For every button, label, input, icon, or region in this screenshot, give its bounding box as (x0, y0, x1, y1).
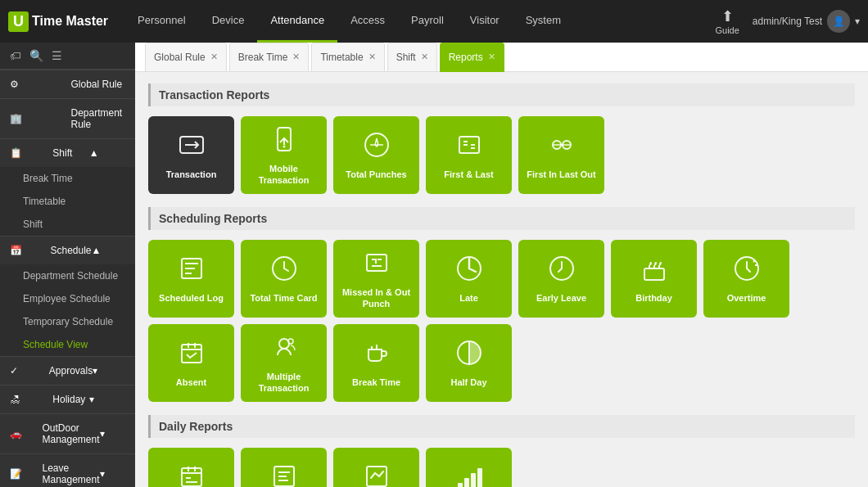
card-mobile-transaction[interactable]: Mobile Transaction (241, 116, 327, 194)
absent-icon (177, 338, 206, 372)
guide-label: Guide (715, 25, 739, 35)
guide-button[interactable]: ⬆ Guide (715, 7, 739, 35)
card-early-leave[interactable]: Early Leave (518, 240, 604, 318)
sidebar-item-schedule-view[interactable]: Schedule View (0, 333, 135, 356)
card-daily-status[interactable]: Daily Status (426, 448, 512, 487)
svg-rect-14 (182, 345, 201, 363)
first-last-label: First & Last (444, 169, 494, 180)
sidebar-section-approvals[interactable]: ✓ Approvals ▾ (0, 356, 135, 385)
nav-right: ⬆ Guide admin/King Test 👤 ▾ (715, 7, 860, 35)
nav-personnel[interactable]: Personnel (124, 0, 199, 43)
svg-rect-12 (644, 268, 664, 280)
user-dropdown-icon[interactable]: ▾ (855, 16, 860, 27)
sidebar-section-leave[interactable]: 📝 Leave Management ▾ (0, 453, 135, 487)
card-absent[interactable]: Absent (148, 324, 234, 402)
card-missed-punch[interactable]: Missed In & Out Punch (333, 240, 419, 318)
logo-text: Time Master (32, 14, 108, 29)
transaction-reports-title: Transaction Reports (148, 83, 855, 106)
nav-payroll[interactable]: Payroll (398, 0, 457, 43)
daily-reports-title: Daily Reports (148, 415, 855, 438)
sidebar-leave-label: Leave Management (42, 462, 99, 485)
tab-shift[interactable]: Shift ✕ (387, 43, 437, 72)
approvals-expand-icon: ▾ (93, 365, 125, 377)
sidebar-section-department-rule[interactable]: 🏢 Department Rule (0, 98, 135, 138)
tab-timetable-close[interactable]: ✕ (368, 52, 376, 62)
card-break-time[interactable]: Break Time (333, 324, 419, 402)
sidebar-shift-label: Shift (52, 147, 88, 159)
nav-access[interactable]: Access (337, 0, 398, 43)
svg-point-18 (279, 339, 289, 349)
sidebar-item-employee-schedule[interactable]: Employee Schedule (0, 287, 135, 310)
birthday-icon (640, 254, 669, 287)
user-avatar[interactable]: 👤 (827, 10, 850, 33)
birthday-label: Birthday (635, 292, 672, 304)
card-total-time-card[interactable]: Total Time Card (241, 240, 327, 318)
card-daily-details[interactable]: Daily Details (241, 448, 327, 487)
logo-u: U (8, 11, 29, 32)
sidebar-item-department-schedule[interactable]: Department Schedule (0, 264, 135, 287)
card-birthday[interactable]: Birthday (611, 240, 697, 318)
sidebar-item-timetable[interactable]: Timetable (0, 190, 135, 213)
tab-reports[interactable]: Reports ✕ (440, 43, 504, 72)
card-half-day[interactable]: Half Day (426, 324, 512, 402)
shift-collapse-icon: ▲ (89, 147, 125, 159)
svg-rect-31 (471, 473, 476, 487)
card-overtime[interactable]: Overtime (703, 240, 789, 318)
tab-global-rule-close[interactable]: ✕ (210, 52, 218, 62)
card-total-punches[interactable]: Total Punches (333, 116, 419, 194)
sidebar: 🏷 🔍 ☰ ⚙ Global Rule 🏢 Department Rule 📋 … (0, 43, 135, 487)
sidebar-section-shift[interactable]: 📋 Shift ▲ (0, 138, 135, 167)
sidebar-section-outdoor[interactable]: 🚗 OutDoor Management ▾ (0, 413, 135, 453)
card-daily-attendance[interactable]: Daily Attendance (148, 448, 234, 487)
nav-system[interactable]: System (513, 0, 574, 43)
search-icon[interactable]: 🔍 (29, 49, 43, 62)
tab-reports-close[interactable]: ✕ (488, 52, 495, 62)
nav-attendance[interactable]: Attendance (257, 0, 337, 43)
nav-visitor[interactable]: Visitor (457, 0, 513, 43)
logo[interactable]: U Time Master (8, 11, 108, 32)
sidebar-holiday-label: Holiday (52, 394, 88, 405)
user-name: admin/King Test (753, 16, 822, 27)
card-first-in-last-out[interactable]: First In Last Out (518, 116, 604, 194)
break-time-icon (362, 338, 391, 372)
tab-timetable[interactable]: Timetable ✕ (311, 43, 384, 72)
tab-shift-label: Shift (396, 52, 416, 63)
schedule-icon: 📅 (10, 245, 43, 256)
card-late[interactable]: Late (426, 240, 512, 318)
card-first-last[interactable]: First & Last (426, 116, 512, 194)
holiday-expand-icon: ▾ (89, 394, 125, 405)
first-last-icon (454, 130, 484, 164)
tab-shift-close[interactable]: ✕ (421, 52, 428, 62)
sidebar-section-global-rule[interactable]: ⚙ Global Rule (0, 70, 135, 98)
card-scheduled-log[interactable]: Scheduled Log (148, 240, 234, 318)
total-time-card-icon (269, 254, 299, 287)
daily-attendance-icon (177, 462, 206, 487)
sidebar-item-shift[interactable]: Shift (0, 213, 135, 236)
scheduling-reports-grid: Scheduled Log Total Time Card Missed In … (148, 240, 855, 402)
half-day-icon (454, 338, 484, 372)
first-in-last-out-label: First In Last Out (527, 169, 595, 180)
multiple-transaction-label: Multiple Transaction (247, 371, 320, 395)
tab-break-time[interactable]: Break Time ✕ (229, 43, 310, 72)
transaction-reports-grid: Transaction Mobile Transaction Total Pun… (148, 116, 855, 194)
nav-device[interactable]: Device (199, 0, 258, 43)
card-transaction[interactable]: Transaction (148, 116, 234, 194)
leave-icon: 📝 (10, 468, 35, 480)
sidebar-top-icons: 🏷 🔍 ☰ (0, 43, 135, 70)
sidebar-item-temporary-schedule[interactable]: Temporary Schedule (0, 310, 135, 333)
card-multiple-transaction[interactable]: Multiple Transaction (241, 324, 327, 402)
svg-rect-23 (182, 468, 201, 486)
total-punches-icon (362, 130, 391, 164)
sidebar-item-break-time[interactable]: Break Time (0, 167, 135, 190)
card-daily-summary[interactable]: Daily Summary (333, 448, 419, 487)
reports-content: Transaction Reports Transaction Mobile T… (135, 72, 868, 487)
sidebar-section-holiday[interactable]: 🏖 Holiday ▾ (0, 385, 135, 413)
tag-icon[interactable]: 🏷 (10, 49, 21, 62)
mobile-transaction-label: Mobile Transaction (247, 163, 320, 187)
outdoor-expand-icon: ▾ (100, 428, 125, 440)
sidebar-section-schedule[interactable]: 📅 Schedule ▲ (0, 236, 135, 264)
tab-global-rule[interactable]: Global Rule ✕ (145, 43, 227, 72)
tab-break-time-close[interactable]: ✕ (292, 52, 300, 62)
early-leave-label: Early Leave (536, 292, 586, 304)
list-icon[interactable]: ☰ (52, 49, 62, 62)
